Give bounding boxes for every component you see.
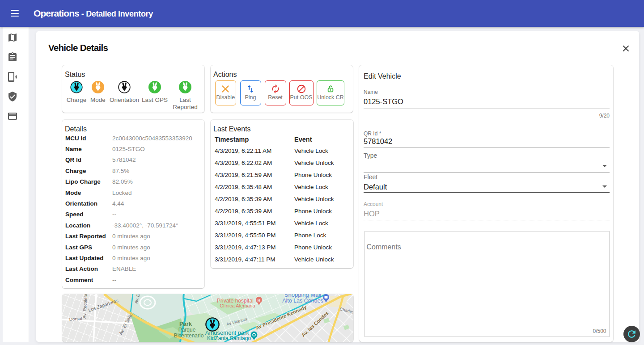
svg-text:Dorsal: Dorsal — [69, 316, 82, 322]
svg-text:Bicentenario: Bicentenario — [174, 332, 204, 339]
svg-text:KidZania Santiago: KidZania Santiago — [207, 335, 251, 341]
svg-text:Alto Las Condes: Alto Las Condes — [282, 298, 323, 304]
svg-text:Parque: Parque — [178, 327, 196, 333]
svg-text:Clínica Alemana: Clínica Alemana — [220, 303, 255, 308]
svg-text:H: H — [258, 298, 261, 303]
svg-text:Park: Park — [179, 320, 192, 327]
